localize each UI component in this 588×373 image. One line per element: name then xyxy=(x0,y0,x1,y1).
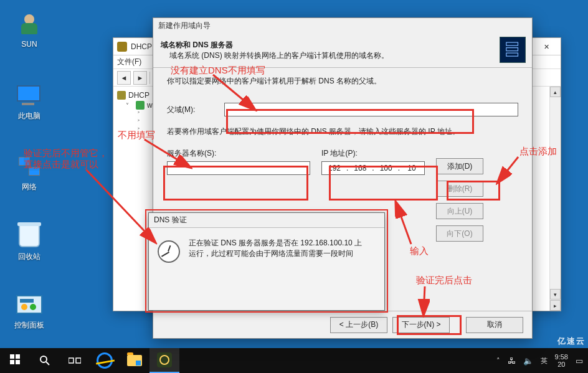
taskbar[interactable]: ˄ 🖧 🔈 英 9:58 20 ▭ xyxy=(0,348,588,373)
move-down-button[interactable]: 向下(O) xyxy=(436,225,483,242)
svg-rect-0 xyxy=(506,42,518,45)
person-icon xyxy=(18,13,40,35)
server-icon xyxy=(136,101,145,110)
label: 此电脑 xyxy=(7,111,51,121)
expand-icon[interactable]: ˃ xyxy=(137,111,145,118)
svg-rect-2 xyxy=(506,53,518,56)
server-name-input[interactable] xyxy=(167,161,310,175)
clock-icon xyxy=(158,240,180,263)
dns-server-icon xyxy=(500,37,526,63)
cancel-button[interactable]: 取消 xyxy=(466,317,523,333)
windows-icon xyxy=(10,354,20,367)
start-button[interactable] xyxy=(0,348,30,373)
parent-domain-label: 父域(M): xyxy=(167,105,224,115)
tray-chevron-icon[interactable]: ˄ xyxy=(496,357,500,365)
taskbar-dhcp[interactable] xyxy=(149,348,179,373)
desktop-icon-control-panel[interactable]: 控制面板 xyxy=(7,291,51,331)
header-subtitle: 域名系统 (DNS) 映射并转换网络上的客户端计算机使用的域名称。 xyxy=(169,50,389,61)
label: 回收站 xyxy=(7,252,51,262)
task-view-button[interactable] xyxy=(60,348,90,373)
tray-ime[interactable]: 英 xyxy=(541,356,548,366)
folder-icon xyxy=(127,355,142,366)
wizard-footer: < 上一步(B) 下一步(N) > 取消 xyxy=(153,311,532,338)
search-icon xyxy=(39,355,50,366)
annotation-no-dns: 没有建立DNS不用填写 xyxy=(171,65,265,77)
taskbar-explorer[interactable] xyxy=(120,348,149,373)
wizard-header: 域名称和 DNS 服务器 域名系统 (DNS) 映射并转换网络上的客户端计算机使… xyxy=(153,33,532,68)
label: 网络 xyxy=(7,182,51,192)
expand-icon[interactable]: ˃ xyxy=(137,119,145,126)
pc-icon xyxy=(17,85,42,105)
dialog-titlebar[interactable]: 新建作用域向导 xyxy=(153,18,532,33)
back-button[interactable]: < 上一步(B) xyxy=(330,317,387,333)
move-up-button[interactable]: 向上(U) xyxy=(436,203,483,219)
tray-volume-icon[interactable]: 🔈 xyxy=(523,356,533,366)
ie-icon xyxy=(97,352,113,369)
svg-rect-11 xyxy=(10,360,14,364)
dns-hint-text: 若要将作用域客户端配置为使用你网络中的 DNS 服务器，请输入这些服务器的 IP… xyxy=(167,126,518,137)
svg-rect-12 xyxy=(16,360,20,364)
svg-point-13 xyxy=(40,356,47,362)
label: SUN xyxy=(7,40,51,49)
svg-line-14 xyxy=(46,362,49,365)
ip-address-input[interactable]: 192. 168. 100. 10 xyxy=(321,161,425,175)
dhcp-icon xyxy=(117,42,127,52)
server-name-label: 服务器名称(S): xyxy=(167,148,310,159)
annotation-click-add: 点击添加 xyxy=(519,146,557,158)
window-title: DHCP xyxy=(131,42,152,51)
annotation-verify-skip-2: 直接点击是就可以 xyxy=(24,159,98,171)
scroll-right-icon[interactable]: ▸ xyxy=(550,300,561,311)
verify-message: 正在验证 DNS 服务器服务是否在 192.168.100.10 上 运行，此过… xyxy=(189,238,362,259)
desktop-icon-this-pc[interactable]: 此电脑 xyxy=(7,82,51,121)
next-button[interactable]: 下一步(N) > xyxy=(392,317,450,333)
task-view-icon xyxy=(69,356,81,366)
popup-titlebar[interactable]: DNS 验证 xyxy=(149,213,384,228)
tray-time[interactable]: 9:58 xyxy=(555,353,568,361)
svg-rect-10 xyxy=(16,354,20,359)
svg-rect-1 xyxy=(506,48,518,51)
control-panel-icon xyxy=(16,295,42,314)
watermark-text: 亿速云 xyxy=(557,336,586,347)
dns-verify-popup: DNS 验证 正在验证 DNS 服务器服务是否在 192.168.100.10 … xyxy=(148,212,385,311)
nav-forward-button[interactable]: ► xyxy=(133,71,147,85)
label: DHCP xyxy=(128,91,149,100)
annotation-after-verify: 验证完后点击 xyxy=(416,275,472,286)
parent-domain-input[interactable] xyxy=(224,103,518,116)
scroll-down-icon[interactable]: ▾ xyxy=(550,289,561,300)
tray-network-icon[interactable]: 🖧 xyxy=(508,356,516,366)
scroll-up-icon[interactable]: ▴ xyxy=(550,87,561,97)
dialog-title: 新建作用域向导 xyxy=(158,21,211,31)
remove-button[interactable]: 删除(R) xyxy=(436,181,483,197)
desktop-icon-sun[interactable]: SUN xyxy=(7,11,51,49)
header-title: 域名称和 DNS 服务器 xyxy=(161,40,389,50)
search-button[interactable] xyxy=(30,348,60,373)
taskbar-ie[interactable] xyxy=(90,348,120,373)
collapse-icon[interactable]: ˅ xyxy=(126,102,133,109)
annotation-verify-skip-1: 验证完后不用管它， xyxy=(24,148,108,159)
add-button[interactable]: 添加(D) xyxy=(436,158,483,174)
label: 控制面板 xyxy=(7,320,51,331)
dhcp-icon xyxy=(117,91,126,100)
svg-rect-15 xyxy=(69,358,74,363)
tray-notifications-icon[interactable]: ▭ xyxy=(576,356,583,366)
annotation-no-fill: 不用填写 xyxy=(118,130,155,141)
tray-date[interactable]: 20 xyxy=(555,361,568,368)
svg-rect-16 xyxy=(76,358,81,363)
desktop-icon-recycle-bin[interactable]: 回收站 xyxy=(7,223,51,262)
annotation-input: 输入 xyxy=(410,245,429,257)
close-button[interactable]: ✕ xyxy=(532,38,561,55)
scrollbar[interactable]: ▴ ▾ ▸ xyxy=(549,87,561,311)
popup-title: DNS 验证 xyxy=(154,215,187,225)
instruction-text: 你可以指定要网络中的客户端计算机用于解析 DNS 名称的父域。 xyxy=(167,76,518,87)
recycle-bin-icon xyxy=(19,225,40,247)
dhcp-app-icon xyxy=(157,352,172,367)
ip-address-label: IP 地址(P): xyxy=(321,148,425,159)
menu-file[interactable]: 文件(F) xyxy=(117,57,141,67)
nav-back-button[interactable]: ◄ xyxy=(117,71,131,85)
svg-rect-9 xyxy=(10,354,14,359)
system-tray[interactable]: ˄ 🖧 🔈 英 9:58 20 ▭ xyxy=(491,348,588,373)
